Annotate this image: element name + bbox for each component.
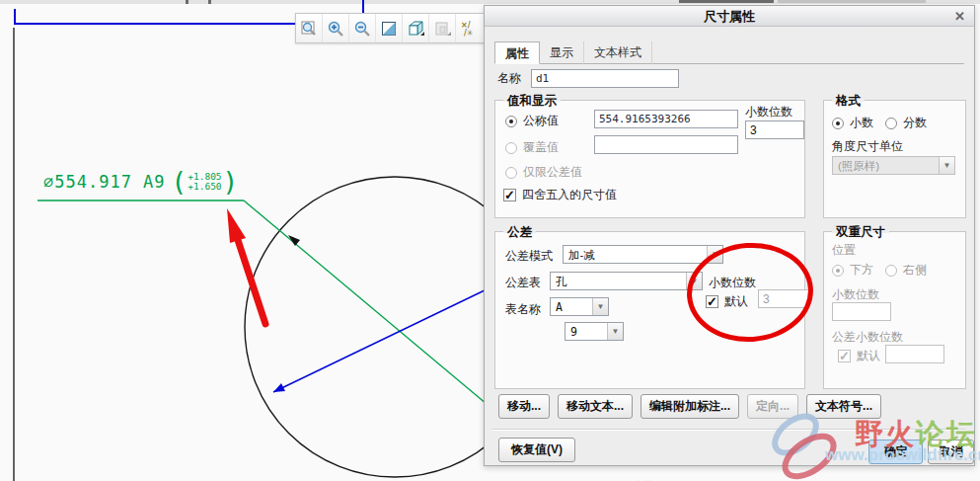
text-symbol-button[interactable]: 文本符号...: [806, 394, 881, 419]
move-button[interactable]: 移动...: [498, 394, 550, 419]
chevron-down-icon: ▼: [592, 298, 608, 315]
nominal-label: 公称值: [523, 113, 559, 129]
tolerance-lower: +1.650: [188, 182, 221, 192]
dual-right-radio[interactable]: [885, 265, 897, 277]
dual-dimension-group: 双重尺寸 位置 下方 右侧 小数位数 公差小数位数 ✓ 默认: [823, 231, 966, 389]
dual-position-label: 位置: [832, 242, 856, 259]
tab-display[interactable]: 显示: [540, 41, 584, 64]
tol-default-input[interactable]: [758, 289, 809, 308]
repaint-icon[interactable]: [376, 14, 403, 42]
dimension-text[interactable]: ∅554.917 A9 ( +1.805 +1.650 ): [43, 171, 238, 193]
name-label: 名称: [497, 70, 521, 87]
name-row: 名称: [497, 69, 679, 88]
tolerance-group: 公差 公差模式 加-减 ▼ 公差表 孔 ▼ 小数位数 ✓ 默认 表名称 A ▼: [494, 231, 805, 389]
table-name-dropdown[interactable]: A ▼: [550, 297, 609, 316]
tol-default-checkbox[interactable]: ✓: [706, 295, 718, 308]
chevron-down-icon: ▼: [939, 157, 954, 174]
dual-below-radio[interactable]: [832, 265, 844, 277]
red-arrow-shaft: [238, 240, 265, 324]
angle-unit-dropdown[interactable]: (照原样) ▼: [832, 156, 955, 175]
dual-default-label: 默认: [857, 348, 880, 364]
tol-mode-dropdown[interactable]: 加-减 ▼: [563, 245, 723, 264]
svg-text:/✳: /✳: [464, 29, 474, 38]
tol-table-dropdown[interactable]: 孔 ▼: [550, 272, 703, 290]
zoom-out-icon[interactable]: [349, 14, 376, 42]
restore-value-button[interactable]: 恢复值(V): [498, 438, 575, 462]
cancel-button[interactable]: 取消: [928, 440, 974, 464]
view-toolbar: ×//✳: [295, 13, 485, 43]
dual-title: 双重尺寸: [832, 224, 889, 241]
dimension-value: ∅554.917 A9: [43, 172, 166, 192]
blue-arrowhead: [273, 383, 285, 392]
tolerance-title: 公差: [503, 224, 536, 241]
nominal-value-input[interactable]: [594, 110, 738, 128]
tol-table-label: 公差表: [505, 275, 541, 291]
format-group: 格式 小数 分数 角度尺寸单位 (照原样) ▼: [823, 100, 966, 218]
value-display-title: 值和显示: [503, 93, 561, 110]
tol-decimals-label: 小数位数: [709, 275, 756, 291]
sheet-setup-icon: [429, 14, 456, 42]
decimals-label: 小数位数: [745, 104, 792, 120]
decimals-label-row: 小数位数: [745, 104, 792, 120]
tab-properties[interactable]: 属性: [494, 41, 540, 64]
round-label: 四舍五入的尺寸值: [522, 187, 617, 203]
dual-below-label: 下方: [850, 262, 873, 279]
angle-unit-value: (照原样): [833, 157, 939, 174]
action-button-row: 移动... 移动文本... 编辑附加标注... 定向... 文本符号...: [498, 394, 881, 419]
dual-right-label: 右侧: [903, 262, 927, 279]
dialog-title: 尺寸属性: [704, 9, 755, 24]
dialog-titlebar[interactable]: 尺寸属性 ✕: [485, 6, 974, 27]
dimension-tolerance: ( +1.805 +1.650 ): [172, 171, 239, 193]
tol-table-value: 孔: [551, 273, 686, 289]
zoom-window-icon[interactable]: [296, 14, 323, 42]
dual-tol-decimals-label: 公差小数位数: [832, 329, 903, 346]
table-name-value: A: [551, 298, 592, 315]
tol-grade-value: 9: [565, 323, 607, 340]
dual-default-input[interactable]: [885, 345, 944, 363]
datum-display-icon[interactable]: ×//✳: [456, 14, 483, 42]
tol-mode-value: 加-减: [564, 246, 707, 263]
override-value-input[interactable]: [594, 135, 738, 154]
override-label: 覆盖值: [523, 139, 559, 156]
tol-default-label: 默认: [724, 293, 748, 310]
name-input[interactable]: [531, 69, 679, 88]
dual-default-checkbox[interactable]: ✓: [838, 350, 851, 362]
chevron-down-icon: ▼: [686, 273, 702, 289]
chevron-down-icon: ▼: [607, 323, 623, 340]
tol-grade-dropdown[interactable]: 9 ▼: [565, 322, 624, 341]
decimals-input[interactable]: [745, 120, 804, 139]
angle-unit-label: 角度尺寸单位: [832, 138, 903, 155]
zoom-in-icon[interactable]: [323, 14, 349, 42]
tab-text-style[interactable]: 文本样式: [584, 41, 652, 64]
dialog-separator: [492, 429, 966, 431]
table-name-label: 表名称: [505, 301, 541, 318]
decimal-label: 小数: [850, 115, 873, 131]
override-radio[interactable]: [505, 142, 517, 154]
edit-attached-note-button[interactable]: 编辑附加标注...: [641, 394, 739, 419]
dimension-leader-line[interactable]: [244, 200, 487, 404]
red-arrow-head: [227, 208, 246, 243]
tol-only-label: 仅限公差值: [523, 164, 582, 181]
nominal-radio[interactable]: [505, 116, 517, 127]
dual-decimals-input[interactable]: [832, 302, 891, 321]
move-text-button[interactable]: 移动文本...: [558, 394, 633, 419]
format-title: 格式: [832, 93, 865, 110]
view-3d-icon[interactable]: [403, 14, 429, 42]
round-checkbox[interactable]: ✓: [503, 189, 516, 201]
close-icon[interactable]: ✕: [954, 6, 965, 27]
tol-mode-label: 公差模式: [505, 248, 553, 265]
dual-decimals-label: 小数位数: [832, 286, 879, 303]
dialog-tabs: 属性 显示 文本样式: [494, 41, 964, 64]
orient-button: 定向...: [747, 394, 798, 419]
tol-only-radio[interactable]: [505, 167, 517, 179]
leader-arrowhead: [288, 235, 300, 246]
value-display-group: 值和显示 公称值 小数位数 覆盖值 仅限公差值 ✓ 四舍五入的尺寸值: [494, 100, 805, 218]
fraction-label: 分数: [903, 115, 927, 131]
chevron-down-icon: ▼: [707, 246, 722, 263]
decimal-radio[interactable]: [832, 118, 844, 129]
ok-button[interactable]: 确定: [868, 440, 923, 464]
fraction-radio[interactable]: [885, 118, 897, 129]
dimension-properties-dialog: 尺寸属性 ✕ 属性 显示 文本样式 名称 值和显示 公称值 小数位数 覆盖值 仅…: [484, 5, 975, 466]
